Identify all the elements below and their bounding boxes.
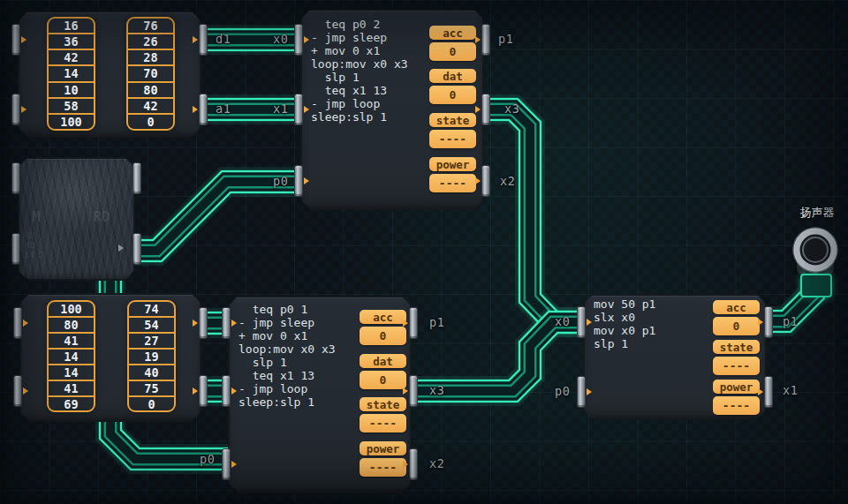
pin-direction-icon xyxy=(587,388,592,395)
chip-pin[interactable] xyxy=(295,25,302,55)
register-value: ---- xyxy=(429,130,476,148)
pin-label-p0: p0 xyxy=(555,384,570,398)
chip-pin[interactable] xyxy=(200,376,207,406)
pin-label-p0: p0 xyxy=(200,452,215,466)
chip-pin[interactable] xyxy=(14,376,21,406)
chip-pin[interactable] xyxy=(12,25,19,55)
pin-direction-icon xyxy=(475,36,481,43)
register-label: acc xyxy=(360,310,406,324)
register-value: ---- xyxy=(713,396,760,415)
pin-direction-icon xyxy=(758,388,763,395)
chip-pin[interactable] xyxy=(578,377,585,407)
memory-cell[interactable]: 26 xyxy=(128,33,173,49)
speaker-component[interactable]: 扬声器 xyxy=(786,203,848,300)
pin-direction-icon xyxy=(193,106,198,113)
chip-pin[interactable] xyxy=(200,94,207,124)
memory-cell[interactable]: 36 xyxy=(49,33,94,49)
memory-cell[interactable]: 70 xyxy=(128,64,173,80)
chip-pin[interactable] xyxy=(200,25,207,55)
pin-label-x1: x1 xyxy=(273,102,288,116)
chip-pin[interactable] xyxy=(12,234,19,264)
pin-direction-icon xyxy=(304,177,309,184)
register-label: acc xyxy=(429,26,476,40)
chip-pin[interactable] xyxy=(410,449,417,479)
memory-cell[interactable]: 80 xyxy=(49,316,94,332)
pin-direction-icon xyxy=(475,177,481,184)
mcu-bottom-code[interactable]: teq p0 1 - jmp sleep + mov 0 x1 loop:mov… xyxy=(238,303,336,409)
chip-pin[interactable] xyxy=(295,94,302,124)
chip-pin[interactable] xyxy=(578,307,585,337)
register-label: state xyxy=(713,340,760,354)
register-state: state ---- xyxy=(360,397,406,433)
chip-pin[interactable] xyxy=(200,308,207,338)
pin-label-x2: x2 xyxy=(429,456,444,470)
register-value: 0 xyxy=(429,42,476,61)
chip-pin[interactable] xyxy=(410,376,417,406)
chip-pin[interactable] xyxy=(133,163,140,193)
memory-cell[interactable]: 19 xyxy=(129,348,174,364)
scratched-chip[interactable] xyxy=(18,157,135,281)
pin-direction-icon xyxy=(23,387,28,395)
chip-pin[interactable] xyxy=(765,307,772,337)
memory-cell[interactable]: 54 xyxy=(129,316,174,332)
register-acc: acc 0 xyxy=(713,300,760,335)
chip-pin[interactable] xyxy=(410,308,417,338)
memory-cell[interactable]: 28 xyxy=(128,49,173,64)
register-dat: dat 0 xyxy=(429,69,476,104)
chip-pin[interactable] xyxy=(133,234,140,264)
chip-pin[interactable] xyxy=(12,94,19,124)
chip-pin[interactable] xyxy=(223,376,230,406)
pin-label-x1: x1 xyxy=(783,383,798,397)
play-indicator-icon xyxy=(118,244,124,252)
trace-radio-to-p0-top[interactable] xyxy=(135,182,297,251)
memory-cell[interactable]: 80 xyxy=(128,81,173,97)
memory-cell[interactable]: 10 xyxy=(49,81,94,97)
chip-pin[interactable] xyxy=(765,377,772,407)
memory-cell[interactable]: 16 xyxy=(49,19,94,33)
register-dat: dat 0 xyxy=(360,354,406,389)
pin-direction-icon xyxy=(231,320,237,327)
speaker-label: 扬声器 xyxy=(786,205,848,221)
register-value: ---- xyxy=(360,414,406,433)
memory-cell[interactable]: 76 xyxy=(128,19,173,33)
trace-x3-bottom-to-x0[interactable] xyxy=(415,322,583,391)
chip-pin[interactable] xyxy=(482,94,489,124)
trace-x3-top-to-x0[interactable] xyxy=(487,109,583,322)
memory-cell[interactable]: 0 xyxy=(128,113,173,129)
memory-cell[interactable]: 100 xyxy=(49,302,94,316)
memory-cell[interactable]: 74 xyxy=(129,302,174,316)
pin-label-x0: x0 xyxy=(273,32,288,46)
memory-cell[interactable]: 40 xyxy=(129,364,174,380)
memory-cell[interactable]: 14 xyxy=(49,348,94,364)
chip-pin[interactable] xyxy=(482,25,489,55)
chip-pin[interactable] xyxy=(223,449,230,479)
pin-direction-icon xyxy=(403,461,408,468)
chip-pin[interactable] xyxy=(482,166,489,196)
mcu-top-code[interactable]: teq p0 2 - jmp sleep + mov 0 x1 loop:mov… xyxy=(311,18,408,124)
memory-cell[interactable]: 0 xyxy=(129,395,174,411)
register-label: state xyxy=(360,397,406,411)
memory-cell[interactable]: 41 xyxy=(49,380,94,395)
register-acc: acc 0 xyxy=(360,310,406,345)
memory-cell[interactable]: 14 xyxy=(49,64,94,80)
circuit-board: M RD RO RO B4 2 163642141058100 76262870… xyxy=(0,0,848,504)
mcu-right-code[interactable]: mov 50 p1 slx x0 mov x0 p1 slp 1 xyxy=(594,297,655,350)
memory-cell[interactable]: 42 xyxy=(49,49,94,64)
memory-cell[interactable]: 14 xyxy=(49,364,94,380)
memory-cell[interactable]: 75 xyxy=(129,380,174,395)
memory-cell[interactable]: 100 xyxy=(49,113,94,129)
pin-direction-icon xyxy=(587,319,592,326)
memory-cell[interactable]: 27 xyxy=(129,332,174,348)
memory-cell[interactable]: 58 xyxy=(49,97,94,113)
memory-cell[interactable]: 69 xyxy=(49,395,94,411)
memory-cell[interactable]: 42 xyxy=(128,97,173,113)
register-label: power xyxy=(713,380,760,394)
chip-pin[interactable] xyxy=(295,166,302,196)
pin-label-p0: p0 xyxy=(273,174,288,188)
memory-cell[interactable]: 41 xyxy=(49,332,94,348)
chip-pin[interactable] xyxy=(12,163,19,193)
pin-direction-icon xyxy=(231,461,237,468)
chip-pin[interactable] xyxy=(14,308,21,338)
chip-pin[interactable] xyxy=(223,308,230,338)
register-state: state ---- xyxy=(429,113,476,148)
